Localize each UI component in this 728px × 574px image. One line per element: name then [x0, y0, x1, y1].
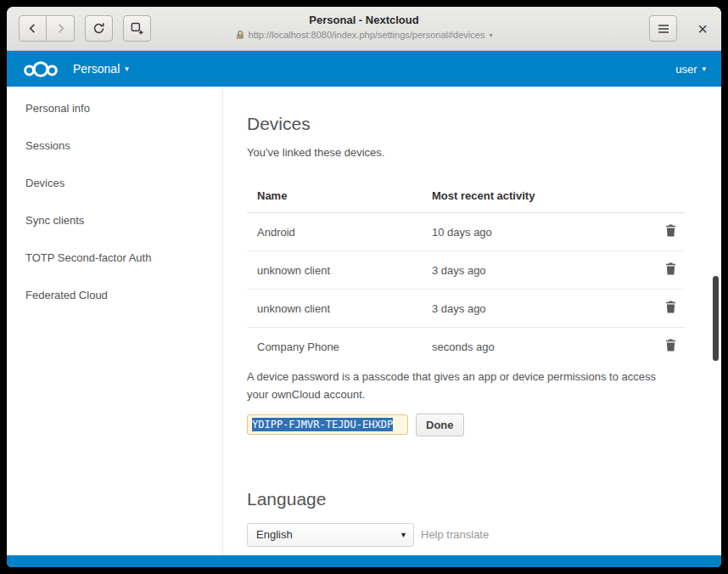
column-header-activity: Most recent activity [422, 179, 647, 213]
close-button[interactable]: × [696, 20, 709, 37]
hamburger-icon [658, 24, 669, 34]
sidebar-item-personal-info[interactable]: Personal info [7, 90, 222, 127]
window-title: Personal - Nextcloud [182, 13, 546, 28]
device-password-input[interactable]: YDIPP-FJMVR-TEJDU-EHXDP [247, 414, 408, 435]
nextcloud-header: Personal ▾ user ▾ [7, 51, 721, 87]
sidebar-item-federated-cloud[interactable]: Federated Cloud [7, 277, 222, 314]
done-button[interactable]: Done [416, 414, 464, 436]
delete-device-button[interactable] [665, 262, 676, 275]
table-header-row: Name Most recent activity [247, 179, 685, 213]
title-url-area: Personal - Nextcloud http://localhost:80… [182, 13, 546, 43]
scrollbar[interactable] [713, 276, 719, 361]
devices-title: Devices [247, 114, 701, 134]
user-menu[interactable]: user ▾ [675, 63, 706, 76]
table-row: Android 10 days ago [247, 213, 685, 251]
select-caret-icon: ▾ [401, 530, 406, 539]
page-content: Personal info Sessions Devices Sync clie… [7, 87, 721, 555]
browser-headerbar: Personal - Nextcloud http://localhost:80… [7, 7, 721, 51]
device-password-hint: A device password is a passcode that giv… [247, 369, 675, 404]
sidebar-item-sync-clients[interactable]: Sync clients [7, 202, 222, 239]
back-icon [27, 23, 38, 34]
nav-button-group [19, 15, 75, 42]
language-title: Language [247, 489, 701, 509]
table-row: Company Phone seconds ago [247, 328, 685, 366]
app-menu[interactable]: Personal ▾ [73, 62, 129, 76]
delete-device-button[interactable] [665, 224, 676, 237]
url-dropdown-caret[interactable]: ▾ [489, 31, 492, 39]
browser-window: Personal - Nextcloud http://localhost:80… [7, 7, 721, 567]
device-activity-cell: 10 days ago [422, 213, 647, 251]
reload-icon [92, 22, 105, 35]
device-name-cell: unknown client [247, 251, 422, 290]
nextcloud-logo[interactable] [22, 59, 59, 80]
settings-sidebar: Personal info Sessions Devices Sync clie… [7, 87, 222, 555]
device-password-value: YDIPP-FJMVR-TEJDU-EHXDP [252, 418, 393, 431]
device-activity-cell: 3 days ago [422, 290, 647, 328]
page-footer-strip [7, 555, 721, 567]
device-name-cell: unknown client [247, 290, 422, 328]
trash-icon [665, 224, 676, 237]
sidebar-item-sessions[interactable]: Sessions [7, 127, 222, 165]
trash-icon [665, 262, 676, 275]
delete-device-button[interactable] [665, 339, 676, 352]
column-header-actions [647, 179, 685, 213]
device-activity-cell: seconds ago [422, 328, 647, 366]
reload-button[interactable] [85, 15, 113, 42]
sidebar-item-devices[interactable]: Devices [7, 165, 222, 202]
new-tab-button[interactable] [123, 15, 151, 42]
user-menu-label: user [675, 63, 697, 76]
forward-button[interactable] [47, 15, 75, 42]
language-row: English ▾ Help translate [247, 523, 701, 547]
app-menu-label: Personal [73, 62, 120, 76]
toolbar-left [19, 15, 151, 42]
device-activity-cell: 3 days ago [422, 251, 647, 290]
sidebar-item-totp[interactable]: TOTP Second-factor Auth [7, 239, 222, 277]
main-panel: Devices You've linked these devices. Nam… [222, 87, 721, 555]
devices-subtitle: You've linked these devices. [247, 146, 701, 159]
language-select[interactable]: English ▾ [247, 523, 414, 547]
device-password-row: YDIPP-FJMVR-TEJDU-EHXDP Done [247, 414, 701, 436]
column-header-name: Name [247, 179, 422, 213]
menu-button[interactable] [649, 15, 677, 42]
nextcloud-logo-icon [22, 59, 59, 80]
new-tab-icon [131, 22, 143, 35]
device-name-cell: Android [247, 213, 422, 251]
table-row: unknown client 3 days ago [247, 290, 685, 328]
url-bar[interactable]: http://localhost:8080/index.php/settings… [236, 30, 493, 40]
forward-icon [55, 23, 66, 34]
help-translate-link[interactable]: Help translate [421, 528, 489, 541]
trash-icon [665, 339, 676, 352]
language-selected-value: English [256, 528, 293, 541]
insecure-connection-icon [236, 30, 244, 40]
close-icon: × [697, 20, 708, 38]
user-menu-caret-icon: ▾ [702, 65, 706, 73]
device-name-cell: Company Phone [247, 328, 422, 366]
app-menu-caret-icon: ▾ [125, 65, 129, 73]
url-text: http://localhost:8080/index.php/settings… [249, 30, 485, 40]
delete-device-button[interactable] [665, 301, 676, 313]
trash-icon [665, 301, 676, 313]
back-button[interactable] [19, 15, 47, 42]
toolbar-right: × [649, 15, 709, 42]
table-row: unknown client 3 days ago [247, 251, 685, 290]
devices-table: Name Most recent activity Android 10 day… [247, 179, 685, 365]
